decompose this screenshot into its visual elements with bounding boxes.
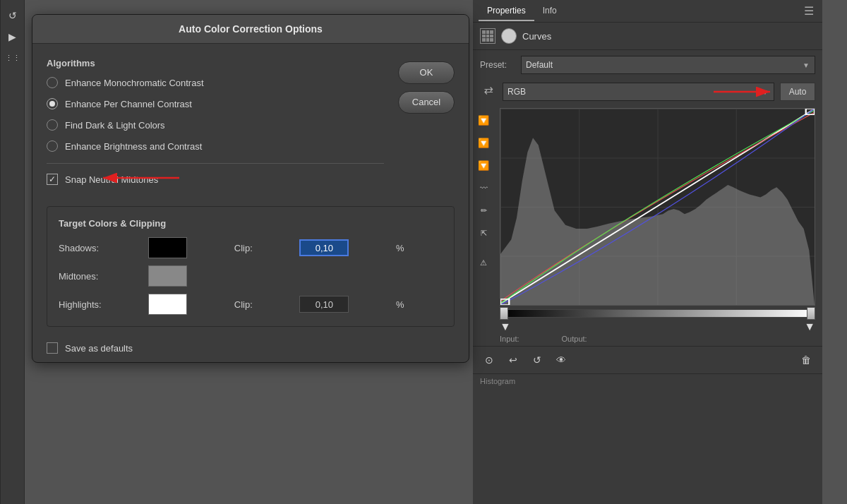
curves-canvas[interactable] (500, 108, 815, 306)
radio-enhance-mono[interactable]: Enhance Monochromatic Contrast (47, 77, 384, 88)
gradient-track (500, 309, 815, 318)
radio-enhance-per[interactable]: Enhance Per Channel Contrast (47, 98, 384, 109)
curves-grid-icon[interactable] (480, 28, 495, 44)
play-tool[interactable]: ▶ (3, 27, 23, 47)
histogram-warning-tool[interactable]: ⚠ (474, 253, 493, 272)
preset-select[interactable]: Default Custom Color Negative Cross Proc… (521, 56, 815, 74)
snap-checkbox-row[interactable]: Snap Neutral Midtones (47, 174, 158, 185)
io-labels: Input: Output: (500, 333, 815, 344)
histogram-section-label: Histogram (473, 373, 822, 388)
dialog-area: ↺ ▶ ⋮⋮ Auto Color Correction Options Alg… (0, 0, 473, 504)
shadows-clip-label: Clip: (234, 243, 292, 253)
curve-smooth-tool[interactable]: 〰 (474, 179, 493, 197)
highlights-clip-input[interactable] (299, 296, 349, 313)
slider-left-handle[interactable] (500, 307, 508, 320)
input-label: Input: (500, 335, 519, 343)
preset-row: Preset: Default Custom Color Negative Cr… (473, 50, 822, 80)
channel-row: ⇄ RGB Red Green Blue ▼ Auto (473, 80, 822, 107)
black-point-slider[interactable]: ▼ (500, 320, 511, 333)
panel-menu-button[interactable]: ☰ (801, 1, 817, 20)
slider-right-handle[interactable] (807, 307, 815, 320)
midtones-swatch[interactable] (148, 265, 187, 287)
dialog-buttons: OK Cancel (398, 58, 455, 185)
shadows-label: Shadows: (59, 243, 140, 253)
dialog-title: Auto Color Correction Options (32, 15, 469, 44)
gradient-slider (500, 307, 815, 320)
reset-icon[interactable]: ↺ (528, 351, 546, 369)
save-defaults-row: Save as defaults (32, 334, 469, 362)
pencil-tool[interactable]: ✏ (474, 201, 493, 220)
radio-circle-brightness (47, 140, 58, 152)
ok-button[interactable]: OK (398, 61, 455, 84)
white-point-slider[interactable]: ▼ (804, 320, 815, 333)
curves-title: Curves (522, 31, 551, 42)
algorithms-label: Algorithms (47, 58, 384, 68)
shadows-clip-input[interactable] (299, 239, 349, 256)
undo-icon[interactable]: ↩ (504, 351, 522, 369)
highlights-swatch[interactable] (148, 294, 187, 315)
radio-label-brightness: Enhance Brightness and Contrast (65, 141, 202, 152)
right-panel: Properties Info ☰ Curves Preset: Default… (473, 0, 822, 504)
save-defaults-checkbox[interactable] (47, 342, 58, 354)
rotate-tool[interactable]: ↺ (3, 6, 23, 25)
channel-swap-icon[interactable]: ⇄ (480, 83, 497, 100)
cancel-button[interactable]: Cancel (398, 91, 455, 114)
auto-button[interactable]: Auto (780, 83, 815, 101)
tab-properties[interactable]: Properties (479, 1, 534, 21)
shadows-percent: % (396, 243, 443, 253)
divider-1 (47, 163, 384, 164)
channel-select-wrapper: RGB Red Green Blue ▼ (503, 83, 774, 101)
curves-canvas-area: 🔽 🔽 🔽 〰 ✏ ⇱ ⚠ (480, 108, 815, 344)
target-section-label: Target Colors & Clipping (59, 218, 443, 229)
curves-circle-icon[interactable] (501, 28, 517, 44)
radio-circle-per (47, 98, 58, 109)
triangle-sliders: ▼ ▼ (500, 320, 815, 333)
shadows-swatch[interactable] (148, 237, 187, 258)
more-tool[interactable]: ⋮⋮ (3, 48, 23, 68)
radio-circle-mono (47, 77, 58, 88)
toolbar-strip: ↺ ▶ ⋮⋮ (0, 0, 25, 504)
dialog-options: Algorithms Enhance Monochromatic Contras… (47, 58, 384, 185)
highlights-percent: % (396, 299, 443, 310)
curves-bottom-tools: ⊙ ↩ ↺ 👁 🗑 (473, 346, 822, 373)
eyedropper-tool[interactable]: 🔽 (474, 111, 493, 129)
radio-label-per: Enhance Per Channel Contrast (65, 99, 192, 109)
radio-enhance-brightness[interactable]: Enhance Brightness and Contrast (47, 140, 384, 152)
radio-label-mono: Enhance Monochromatic Contrast (65, 78, 204, 88)
eyedropper-white-tool[interactable]: 🔽 (474, 133, 493, 152)
eye-icon[interactable]: 👁 (552, 351, 570, 369)
highlights-clip-label: Clip: (234, 299, 292, 310)
curves-header: Curves (473, 23, 822, 50)
snap-row-container: Snap Neutral Midtones (47, 171, 158, 185)
target-grid: Shadows: Clip: % Midtones: Highlights: C… (59, 237, 443, 315)
curves-canvas-inner: ▼ ▼ Input: Output: (500, 108, 815, 344)
algorithm-radio-group: Enhance Monochromatic Contrast Enhance P… (47, 77, 384, 152)
trash-icon[interactable]: 🗑 (797, 351, 815, 369)
snap-label: Snap Neutral Midtones (65, 174, 158, 185)
auto-color-correction-dialog: Auto Color Correction Options Algorithms… (32, 14, 469, 363)
highlights-label: Highlights: (59, 299, 140, 310)
curves-line-svg (500, 109, 815, 305)
radio-label-dark: Find Dark & Light Colors (65, 120, 165, 131)
curve-adjust-tool[interactable]: ⇱ (474, 224, 493, 242)
save-defaults-label: Save as defaults (65, 343, 133, 354)
radio-find-dark[interactable]: Find Dark & Light Colors (47, 119, 384, 131)
target-colors-section: Target Colors & Clipping Shadows: Clip: … (47, 206, 455, 327)
eyedropper-mid-tool[interactable]: 🔽 (474, 156, 493, 174)
preset-select-wrapper: Default Custom Color Negative Cross Proc… (521, 56, 815, 74)
target-icon[interactable]: ⊙ (480, 351, 498, 369)
curves-left-tools: 🔽 🔽 🔽 〰 ✏ ⇱ ⚠ (474, 108, 495, 272)
panel-tabs: Properties Info ☰ (473, 0, 822, 23)
radio-circle-dark (47, 119, 58, 131)
snap-checkbox[interactable] (47, 174, 58, 185)
tab-info[interactable]: Info (534, 1, 565, 21)
channel-select[interactable]: RGB Red Green Blue (503, 83, 774, 101)
dialog-body: Algorithms Enhance Monochromatic Contras… (32, 44, 469, 199)
preset-label: Preset: (480, 60, 515, 70)
auto-btn-container: Auto (780, 83, 815, 101)
midtones-label: Midtones: (59, 271, 140, 282)
output-label: Output: (562, 335, 587, 343)
